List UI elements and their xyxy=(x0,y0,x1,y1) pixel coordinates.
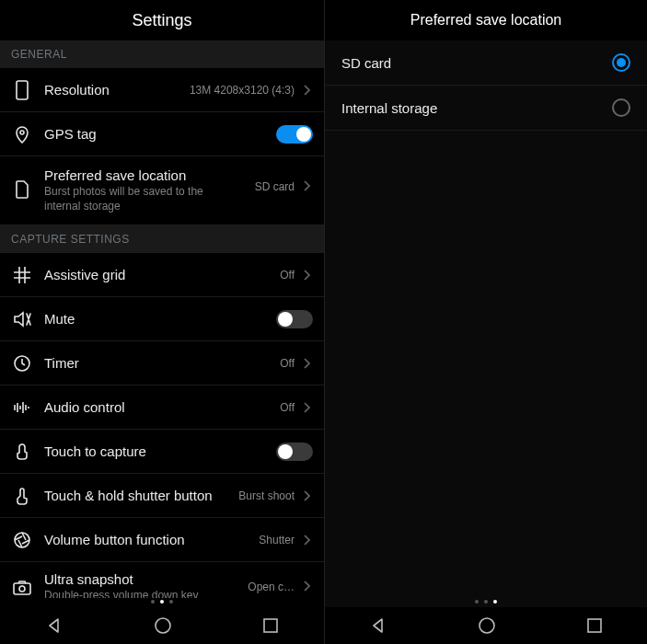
nav-back-icon[interactable] xyxy=(370,617,387,634)
svg-point-5 xyxy=(19,586,25,592)
mute-toggle[interactable] xyxy=(276,310,313,328)
clock-icon xyxy=(9,355,35,372)
save-location-value: SD card xyxy=(255,180,295,193)
nav-bar xyxy=(325,607,647,644)
resolution-value: 13M 4208x3120 (4:3) xyxy=(190,84,295,97)
audio-label: Audio control xyxy=(44,399,280,415)
mute-label: Mute xyxy=(44,311,276,327)
svg-point-1 xyxy=(20,131,24,134)
row-mute[interactable]: Mute xyxy=(0,297,324,341)
chevron-right-icon xyxy=(300,358,313,369)
svg-point-8 xyxy=(479,618,494,633)
grid-label: Assistive grid xyxy=(44,267,280,282)
camera-bolt-icon xyxy=(9,581,35,595)
nav-home-icon[interactable] xyxy=(478,616,496,635)
nav-back-icon[interactable] xyxy=(46,617,63,634)
audio-value: Off xyxy=(280,401,295,414)
internal-storage-label: Internal storage xyxy=(341,100,612,116)
nav-home-icon[interactable] xyxy=(154,616,172,635)
page-indicator xyxy=(0,598,324,607)
ultra-sub: Double-press volume down key xyxy=(44,589,210,598)
volume-fn-label: Volume button function xyxy=(44,532,259,547)
touch-icon xyxy=(9,443,35,461)
svg-rect-9 xyxy=(588,619,601,632)
nav-bar xyxy=(0,607,324,644)
grid-icon xyxy=(9,267,35,283)
nav-recent-icon[interactable] xyxy=(587,618,602,633)
chevron-right-icon xyxy=(300,180,313,191)
settings-screen: Settings GENERAL Resolution 13M 4208x312… xyxy=(0,0,324,644)
aperture-icon xyxy=(9,532,35,548)
volume-fn-value: Shutter xyxy=(259,534,295,546)
page-title: Preferred save location xyxy=(325,0,647,40)
row-audio-control[interactable]: Audio control Off xyxy=(0,385,324,430)
row-gps-tag[interactable]: GPS tag xyxy=(0,112,324,156)
gps-label: GPS tag xyxy=(44,126,276,142)
section-general: GENERAL xyxy=(0,40,324,68)
chevron-right-icon xyxy=(300,85,313,96)
option-sd-card[interactable]: SD card xyxy=(325,40,647,86)
radio-unselected-icon[interactable] xyxy=(612,98,630,117)
row-ultra-snapshot[interactable]: Ultra snapshot Double-press volume down … xyxy=(0,562,324,598)
grid-value: Off xyxy=(280,269,295,282)
hold-shutter-label: Touch & hold shutter button xyxy=(44,488,238,503)
location-icon xyxy=(9,125,35,144)
nav-recent-icon[interactable] xyxy=(263,618,278,633)
row-volume-function[interactable]: Volume button function Shutter xyxy=(0,518,324,562)
timer-value: Off xyxy=(280,357,295,370)
row-assistive-grid[interactable]: Assistive grid Off xyxy=(0,253,324,297)
row-resolution[interactable]: Resolution 13M 4208x3120 (4:3) xyxy=(0,68,324,112)
radio-selected-icon[interactable] xyxy=(612,53,630,72)
section-capture: CAPTURE SETTINGS xyxy=(0,225,324,253)
gps-toggle[interactable] xyxy=(276,125,313,144)
ultra-label: Ultra snapshot xyxy=(44,571,248,587)
row-hold-shutter[interactable]: Touch & hold shutter button Burst shoot xyxy=(0,474,324,518)
finger-icon xyxy=(9,487,35,505)
touch-capture-toggle[interactable] xyxy=(276,443,313,461)
save-location-screen: Preferred save location SD card Internal… xyxy=(324,0,647,644)
chevron-right-icon xyxy=(300,270,313,281)
svg-rect-0 xyxy=(17,81,28,99)
sd-card-label: SD card xyxy=(341,55,612,71)
chevron-right-icon xyxy=(300,490,313,501)
row-save-location[interactable]: Preferred save location Burst photos wil… xyxy=(0,156,324,225)
resolution-label: Resolution xyxy=(44,82,190,98)
save-location-label: Preferred save location xyxy=(44,167,255,183)
row-timer[interactable]: Timer Off xyxy=(0,341,324,385)
mute-icon xyxy=(9,311,35,328)
svg-point-3 xyxy=(15,533,29,547)
row-touch-capture[interactable]: Touch to capture xyxy=(0,430,324,474)
timer-label: Timer xyxy=(44,355,280,371)
ultra-value: Open c… xyxy=(248,581,295,593)
page-indicator xyxy=(325,598,647,607)
save-location-sub: Burst photos will be saved to the intern… xyxy=(44,185,210,213)
chevron-right-icon xyxy=(300,581,313,592)
svg-point-6 xyxy=(156,618,170,633)
settings-list: Resolution 13M 4208x3120 (4:3) GPS tag P… xyxy=(0,68,324,598)
file-icon xyxy=(9,180,35,199)
phone-icon xyxy=(9,80,35,100)
hold-shutter-value: Burst shoot xyxy=(238,489,295,502)
option-internal-storage[interactable]: Internal storage xyxy=(325,86,647,131)
svg-rect-4 xyxy=(14,583,30,594)
page-title: Settings xyxy=(0,0,324,40)
touch-capture-label: Touch to capture xyxy=(44,443,276,459)
chevron-right-icon xyxy=(300,535,313,546)
chevron-right-icon xyxy=(300,402,313,413)
svg-rect-7 xyxy=(264,619,277,632)
waveform-icon xyxy=(9,401,35,414)
